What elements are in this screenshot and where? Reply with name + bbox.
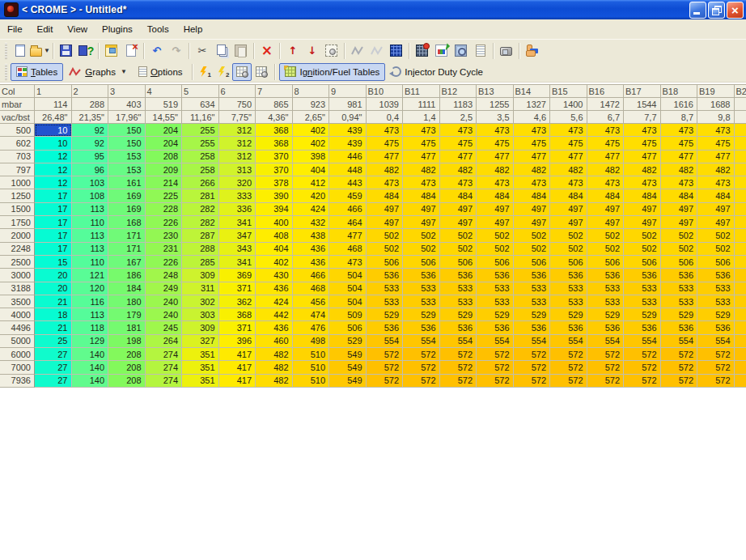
table-cell[interactable]: 536: [403, 269, 440, 282]
table-cell[interactable]: 536: [735, 321, 746, 334]
table-cell[interactable]: 309: [182, 269, 219, 282]
table-cell[interactable]: 497: [403, 203, 440, 216]
table-cell[interactable]: 12: [35, 151, 72, 163]
table-cell[interactable]: 536: [440, 269, 477, 282]
table-cell[interactable]: 436: [256, 282, 293, 295]
table-cell[interactable]: 536: [367, 269, 404, 282]
table-cell[interactable]: 502: [550, 229, 587, 242]
table-cell[interactable]: 484: [550, 189, 587, 202]
rpm-row-header[interactable]: 2000: [0, 229, 35, 242]
table-cell[interactable]: 153: [108, 163, 146, 176]
table-cell[interactable]: 497: [661, 203, 698, 216]
table-cell[interactable]: 477: [329, 229, 367, 242]
table-cell[interactable]: 572: [367, 375, 404, 388]
table-cell[interactable]: 572: [550, 348, 587, 361]
table-cell[interactable]: 402: [293, 124, 330, 137]
table-cell[interactable]: 12: [35, 163, 72, 176]
table-cell[interactable]: 533: [697, 282, 735, 295]
table-cell[interactable]: 303: [182, 308, 219, 321]
graphs-button[interactable]: Graphs ▼: [63, 63, 133, 81]
table-cell[interactable]: 533: [440, 295, 477, 308]
table-cell[interactable]: 572: [514, 375, 551, 388]
rpm-row-header[interactable]: 3500: [0, 295, 35, 308]
table-cell[interactable]: 572: [403, 348, 440, 361]
table-cell[interactable]: 351: [182, 348, 219, 361]
mbar-value[interactable]: 1327: [514, 98, 551, 111]
realtime-table-2-button[interactable]: [252, 63, 271, 81]
table-cell[interactable]: 506: [550, 256, 587, 269]
table-cell[interactable]: 484: [367, 189, 404, 202]
table-cell[interactable]: 533: [550, 282, 587, 295]
col-header[interactable]: 7: [256, 85, 293, 98]
menu-edit[interactable]: Edit: [30, 21, 61, 37]
table-cell[interactable]: 473: [514, 176, 551, 189]
table-cell[interactable]: 466: [293, 269, 330, 282]
table-cell[interactable]: 21: [35, 321, 72, 334]
vacbst-value[interactable]: 7,75": [219, 111, 256, 124]
table-cell[interactable]: 533: [440, 282, 477, 295]
table-cell[interactable]: 477: [367, 151, 404, 163]
table-cell[interactable]: 442: [256, 308, 293, 321]
table-cell[interactable]: 572: [697, 361, 735, 374]
minimize-button[interactable]: [689, 2, 706, 19]
rpm-row-header[interactable]: 500: [0, 124, 35, 137]
rpm-row-header[interactable]: 1500: [0, 203, 35, 216]
open-file-button[interactable]: ▼: [30, 41, 50, 60]
table-cell[interactable]: 459: [329, 189, 367, 202]
table-cell[interactable]: 572: [735, 375, 746, 388]
map-editor-button[interactable]: [432, 41, 451, 60]
table-cell[interactable]: 572: [735, 361, 746, 374]
table-cell[interactable]: 368: [219, 308, 256, 321]
table-cell[interactable]: 169: [108, 203, 146, 216]
table-cell[interactable]: 439: [329, 124, 367, 137]
table-cell[interactable]: 497: [697, 203, 735, 216]
table-cell[interactable]: 477: [735, 151, 746, 163]
table-cell[interactable]: 484: [587, 189, 625, 202]
table-cell[interactable]: 502: [440, 229, 477, 242]
selected-cell[interactable]: 10: [35, 124, 72, 137]
table-cell[interactable]: 533: [403, 295, 440, 308]
table-cell[interactable]: 468: [293, 282, 330, 295]
table-cell[interactable]: 502: [477, 229, 514, 242]
table-cell[interactable]: 533: [661, 282, 698, 295]
table-cell[interactable]: 282: [182, 203, 219, 216]
table-cell[interactable]: 368: [256, 124, 293, 137]
realtime-table-1-button[interactable]: [232, 63, 252, 81]
col-header[interactable]: 6: [219, 85, 256, 98]
table-cell[interactable]: 536: [735, 269, 746, 282]
table-cell[interactable]: 312: [219, 151, 256, 163]
table-cell[interactable]: 204: [146, 124, 183, 137]
table-cell[interactable]: 473: [550, 124, 587, 137]
options-button[interactable]: Options: [133, 63, 189, 81]
col-header[interactable]: 3: [108, 85, 146, 98]
table-cell[interactable]: 497: [735, 216, 746, 229]
rpm-row-header[interactable]: 2248: [0, 243, 35, 256]
table-cell[interactable]: 482: [661, 163, 698, 176]
table-cell[interactable]: 312: [219, 137, 256, 150]
table-cell[interactable]: 572: [440, 348, 477, 361]
table-cell[interactable]: 484: [477, 189, 514, 202]
chip-button[interactable]: [497, 41, 516, 60]
table-cell[interactable]: 533: [550, 295, 587, 308]
mbar-value[interactable]: 1039: [367, 98, 404, 111]
table-cell[interactable]: 572: [440, 361, 477, 374]
mbar-value[interactable]: 1782: [735, 98, 746, 111]
table-cell[interactable]: 171: [108, 243, 146, 256]
col-header[interactable]: B16: [587, 85, 625, 98]
vacbst-value[interactable]: 21,35": [72, 111, 109, 124]
table-cell[interactable]: 140: [72, 348, 109, 361]
table-cell[interactable]: 179: [108, 308, 146, 321]
table-cell[interactable]: 400: [256, 216, 293, 229]
value-down-button[interactable]: ↓: [303, 41, 322, 60]
table-cell[interactable]: 248: [146, 269, 183, 282]
table-cell[interactable]: 506: [403, 256, 440, 269]
table-cell[interactable]: 351: [182, 375, 219, 388]
table-cell[interactable]: 171: [108, 229, 146, 242]
vacbst-value[interactable]: 9,8: [697, 111, 735, 124]
table-cell[interactable]: 536: [661, 321, 698, 334]
table-cell[interactable]: 245: [146, 321, 183, 334]
table-cell[interactable]: 536: [624, 321, 661, 334]
table-cell[interactable]: 533: [477, 295, 514, 308]
rpm-row-header[interactable]: 1000: [0, 176, 35, 189]
table-cell[interactable]: 110: [72, 216, 109, 229]
